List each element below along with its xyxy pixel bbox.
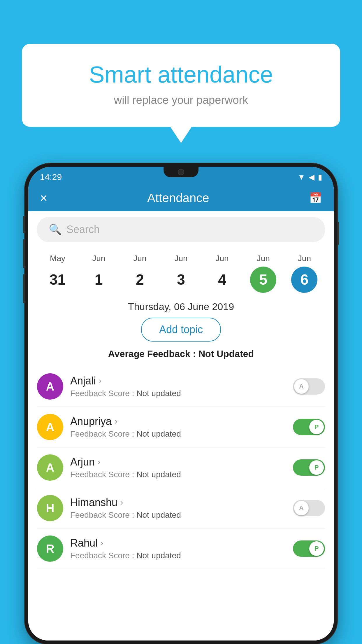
- battery-icon: ▮: [318, 173, 322, 182]
- student-name[interactable]: Rahul ›: [70, 537, 293, 549]
- phone-frame: 14:29 ▼ ◀ ▮ × Attendance 📅 🔍 Search May3…: [25, 163, 337, 644]
- toggle-knob: P: [309, 420, 324, 434]
- cal-date-number: 1: [86, 267, 112, 293]
- app-bar: × Attendance 📅: [28, 185, 334, 211]
- app-bar-title: Attendance: [147, 191, 209, 205]
- student-avatar: A: [37, 454, 63, 481]
- bubble-title: Smart attendance: [45, 61, 317, 88]
- avg-feedback-value: Not Updated: [198, 349, 254, 359]
- phone-screen: 14:29 ▼ ◀ ▮ × Attendance 📅 🔍 Search May3…: [28, 167, 334, 640]
- calendar-icon[interactable]: 📅: [309, 192, 322, 204]
- chevron-right-icon: ›: [120, 498, 123, 507]
- student-avatar: A: [37, 414, 63, 440]
- student-item: AAnjali ›Feedback Score : Not updatedA: [37, 366, 325, 407]
- selected-date: Thursday, 06 June 2019: [28, 293, 334, 318]
- calendar-day-3[interactable]: Jun3: [168, 254, 194, 293]
- close-button[interactable]: ×: [40, 191, 48, 205]
- calendar-day-1[interactable]: Jun1: [86, 254, 112, 293]
- add-topic-button[interactable]: Add topic: [141, 318, 221, 342]
- student-info: Anjali ›Feedback Score : Not updated: [70, 375, 293, 398]
- content-area: 🔍 Search May31Jun1Jun2Jun3Jun4Jun5Jun6 T…: [28, 211, 334, 640]
- student-item: RRahul ›Feedback Score : Not updatedP: [37, 528, 325, 569]
- attendance-toggle-wrap: P: [293, 459, 325, 476]
- attendance-toggle[interactable]: A: [293, 378, 325, 395]
- notch: [164, 167, 198, 177]
- speech-bubble: Smart attendance will replace your paper…: [22, 44, 340, 127]
- cal-date-number: 31: [45, 267, 71, 293]
- student-info: Himanshu ›Feedback Score : Not updated: [70, 496, 293, 520]
- toggle-knob: P: [309, 541, 324, 556]
- student-item: HHimanshu ›Feedback Score : Not updatedA: [37, 488, 325, 528]
- cal-month-label: Jun: [174, 254, 187, 263]
- cal-date-number: 4: [209, 267, 235, 293]
- wifi-icon: ▼: [298, 173, 305, 182]
- cal-month-label: Jun: [92, 254, 105, 263]
- student-feedback: Feedback Score : Not updated: [70, 510, 293, 520]
- status-icons: ▼ ◀ ▮: [298, 173, 322, 182]
- student-avatar: R: [37, 536, 63, 562]
- student-avatar: H: [37, 495, 63, 521]
- toggle-knob: P: [309, 460, 324, 475]
- student-avatar: A: [37, 373, 63, 400]
- student-name[interactable]: Anjali ›: [70, 375, 293, 387]
- cal-date-number: 5: [250, 267, 276, 293]
- student-info: Arjun ›Feedback Score : Not updated: [70, 456, 293, 479]
- signal-icon: ◀: [309, 173, 314, 182]
- cal-date-number: 3: [168, 267, 194, 293]
- student-info: Anupriya ›Feedback Score : Not updated: [70, 415, 293, 439]
- student-item: AAnupriya ›Feedback Score : Not updatedP: [37, 407, 325, 447]
- status-time: 14:29: [40, 172, 62, 182]
- cal-date-number: 6: [291, 267, 317, 293]
- calendar-day-2[interactable]: Jun2: [127, 254, 153, 293]
- calendar-day-31[interactable]: May31: [45, 254, 71, 293]
- search-icon: 🔍: [49, 223, 62, 236]
- toggle-knob: A: [294, 379, 309, 394]
- student-item: AArjun ›Feedback Score : Not updatedP: [37, 447, 325, 488]
- attendance-toggle-wrap: A: [293, 378, 325, 395]
- chevron-right-icon: ›: [115, 417, 117, 426]
- chevron-right-icon: ›: [99, 376, 101, 386]
- cal-month-label: May: [50, 254, 65, 263]
- student-feedback: Feedback Score : Not updated: [70, 470, 293, 479]
- cal-date-number: 2: [127, 267, 153, 293]
- calendar-day-5[interactable]: Jun5: [250, 254, 276, 293]
- cal-month-label: Jun: [133, 254, 146, 263]
- silent-button: [23, 274, 25, 303]
- calendar-day-4[interactable]: Jun4: [209, 254, 235, 293]
- attendance-toggle[interactable]: P: [293, 459, 325, 476]
- student-info: Rahul ›Feedback Score : Not updated: [70, 537, 293, 560]
- cal-month-label: Jun: [216, 254, 229, 263]
- bubble-subtitle: will replace your paperwork: [45, 94, 317, 106]
- attendance-toggle-wrap: P: [293, 540, 325, 557]
- attendance-toggle-wrap: P: [293, 419, 325, 435]
- student-name[interactable]: Himanshu ›: [70, 496, 293, 509]
- calendar-strip: May31Jun1Jun2Jun3Jun4Jun5Jun6: [28, 248, 334, 293]
- volume-down-button: [23, 239, 25, 268]
- student-feedback: Feedback Score : Not updated: [70, 429, 293, 439]
- volume-up-button: [23, 216, 25, 233]
- avg-feedback-label: Average Feedback :: [108, 349, 198, 359]
- chevron-right-icon: ›: [98, 457, 100, 467]
- toggle-knob: A: [294, 501, 309, 515]
- cal-month-label: Jun: [257, 254, 270, 263]
- student-name[interactable]: Arjun ›: [70, 456, 293, 468]
- chevron-right-icon: ›: [101, 538, 103, 548]
- student-feedback: Feedback Score : Not updated: [70, 551, 293, 560]
- student-feedback: Feedback Score : Not updated: [70, 389, 293, 398]
- calendar-day-6[interactable]: Jun6: [291, 254, 317, 293]
- search-bar[interactable]: 🔍 Search: [37, 217, 325, 242]
- cal-month-label: Jun: [298, 254, 311, 263]
- attendance-toggle-wrap: A: [293, 500, 325, 516]
- power-button: [337, 222, 339, 245]
- student-name[interactable]: Anupriya ›: [70, 415, 293, 428]
- camera: [178, 169, 184, 175]
- avg-feedback: Average Feedback : Not Updated: [28, 349, 334, 366]
- attendance-toggle[interactable]: P: [293, 540, 325, 557]
- attendance-toggle[interactable]: P: [293, 419, 325, 435]
- search-input[interactable]: Search: [66, 223, 100, 236]
- student-list: AAnjali ›Feedback Score : Not updatedAAA…: [28, 366, 334, 569]
- attendance-toggle[interactable]: A: [293, 500, 325, 516]
